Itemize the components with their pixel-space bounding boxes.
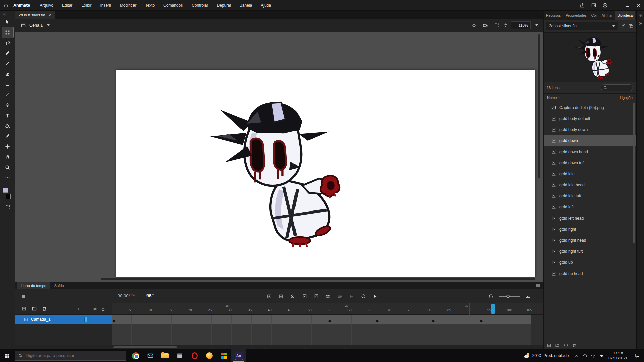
rail-collapse-icon[interactable] <box>0 12 15 17</box>
zoom-select[interactable]: 110% <box>511 21 531 29</box>
pencil-tool[interactable] <box>2 58 13 69</box>
panel-tab-propriedades[interactable]: Propriedades <box>563 11 589 20</box>
menu-arquivo[interactable]: Arquivo <box>35 0 58 11</box>
taskbar-app-browser[interactable] <box>202 349 217 362</box>
status-lock-icon[interactable] <box>101 307 105 311</box>
menu-controlar[interactable]: Controlar <box>187 0 212 11</box>
panel-tab-recursos[interactable]: Recursos <box>544 11 563 20</box>
stage-horizontal-scrollbar[interactable] <box>101 278 535 280</box>
zoom-stepper[interactable] <box>504 23 507 27</box>
library-item[interactable]: Captura de Tela (25).png <box>544 102 636 113</box>
double-chevron-icon[interactable] <box>638 21 643 26</box>
menu-comandos[interactable]: Comandos <box>159 0 187 11</box>
pen-tool[interactable] <box>2 100 13 110</box>
new-library-panel-icon[interactable] <box>628 23 634 29</box>
pin-icon[interactable] <box>621 23 626 29</box>
layer-frame-span[interactable] <box>112 315 531 324</box>
new-folder-button[interactable] <box>32 306 38 312</box>
taskbar-app-chrome[interactable] <box>128 349 143 362</box>
library-item[interactable]: gold body default <box>544 113 636 124</box>
tray-chevron-up-button[interactable] <box>572 349 580 362</box>
menu-depurar[interactable]: Depurar <box>213 0 236 11</box>
library-document-select[interactable]: 2d lost silver.fla <box>546 22 618 30</box>
insert-keyframe-button[interactable] <box>301 292 309 300</box>
free-transform-tool[interactable] <box>2 27 13 38</box>
paint-bucket-tool[interactable] <box>2 121 13 131</box>
frames-area[interactable]: 5101520253035404550556065707580859095100… <box>112 303 543 345</box>
tab-close-icon[interactable] <box>48 14 51 17</box>
more-tool[interactable] <box>2 173 13 183</box>
menu-ajuda[interactable]: Ajuda <box>256 0 275 11</box>
taskbar-app-window[interactable] <box>172 349 187 362</box>
library-item[interactable]: gold down head <box>544 146 636 157</box>
library-item[interactable]: gold down <box>544 135 636 146</box>
eraser-tool[interactable] <box>2 69 13 79</box>
library-search[interactable] <box>601 84 633 91</box>
auto-keyframe-button[interactable] <box>289 292 297 300</box>
status-dot-icon[interactable] <box>76 307 81 311</box>
camera-button[interactable] <box>481 21 490 30</box>
text-tool[interactable] <box>2 110 13 121</box>
library-scrollbar[interactable] <box>633 103 635 243</box>
properties-button[interactable] <box>564 343 568 348</box>
home-button[interactable] <box>0 0 12 11</box>
loop-button[interactable] <box>359 292 367 300</box>
panel-tab-alinhar[interactable]: Alinhar <box>599 11 615 20</box>
clip-button[interactable] <box>492 21 501 30</box>
taskbar-app-opera[interactable] <box>187 349 202 362</box>
onion-skin-button[interactable] <box>324 292 332 300</box>
blank-keyframe-button[interactable] <box>312 292 320 300</box>
insert-frame-button[interactable] <box>265 292 273 300</box>
share-button[interactable] <box>577 0 588 11</box>
restore-button[interactable] <box>622 0 633 11</box>
frame-rate[interactable]: 30,00FPS <box>118 293 135 298</box>
stage-vertical-scrollbar[interactable] <box>538 34 540 178</box>
center-playhead-button[interactable] <box>487 292 495 300</box>
status-eye-hidden-icon[interactable] <box>93 307 97 311</box>
column-linkage[interactable]: Ligação <box>616 96 633 100</box>
timeline-zoom-slider[interactable] <box>499 292 520 300</box>
library-item[interactable]: gold down tuft <box>544 157 636 168</box>
column-name[interactable]: Nome <box>547 96 557 100</box>
start-button[interactable] <box>0 349 15 362</box>
timeline-scrollbar-thumb[interactable] <box>113 346 177 348</box>
play-button[interactable] <box>371 292 379 300</box>
zoom-tool[interactable] <box>2 162 13 173</box>
library-item[interactable]: gold idle <box>544 168 636 179</box>
menu-inserir[interactable]: Inserir <box>96 0 115 11</box>
tray-cloud-button[interactable] <box>580 349 589 362</box>
close-button[interactable] <box>633 0 644 11</box>
library-item[interactable]: gold right head <box>544 235 636 246</box>
taskbar-search[interactable] <box>15 351 126 361</box>
menu-janela[interactable]: Janela <box>236 0 256 11</box>
taskbar-app-animate[interactable]: An <box>231 349 246 362</box>
new-folder-button[interactable] <box>555 343 560 348</box>
brush-tool[interactable] <box>2 48 13 58</box>
menu-modificar[interactable]: Modificar <box>116 0 141 11</box>
layer-options-button[interactable] <box>19 292 28 300</box>
hand-tool[interactable] <box>2 152 13 162</box>
menu-editar[interactable]: Editar <box>58 0 77 11</box>
new-layer-button[interactable] <box>21 306 28 312</box>
tray-volume-button[interactable] <box>597 349 605 362</box>
stage-canvas[interactable] <box>116 70 535 277</box>
delete-frame-button[interactable] <box>277 292 285 300</box>
asset-warp-tool[interactable] <box>2 141 13 152</box>
eyedropper-tool[interactable] <box>2 131 13 141</box>
timeline-tab-linha-do-tempo[interactable]: Linha do tempo <box>17 282 50 289</box>
test-movie-button[interactable] <box>599 0 611 11</box>
timeline-zoom-button[interactable] <box>524 292 532 300</box>
delete-button[interactable] <box>572 343 577 348</box>
center-stage-button[interactable] <box>470 21 478 30</box>
taskbar-search-input[interactable] <box>26 353 122 358</box>
status-outline-square-icon[interactable] <box>85 307 89 311</box>
panel-tab-biblioteca[interactable]: Biblioteca <box>615 11 635 20</box>
library-item[interactable]: gold idle tuft <box>544 190 636 201</box>
document-tab[interactable]: 2d lost silver.fla <box>15 11 55 19</box>
panel-tab-cor[interactable]: Cor <box>589 11 599 20</box>
zoom-chevron-icon[interactable] <box>535 24 538 26</box>
taskbar-clock[interactable]: 17:18 07/11/2021 <box>605 351 631 361</box>
current-frame[interactable]: 96F <box>146 293 154 298</box>
action-center-button[interactable] <box>631 349 644 362</box>
library-item[interactable]: gold up head <box>544 268 636 279</box>
